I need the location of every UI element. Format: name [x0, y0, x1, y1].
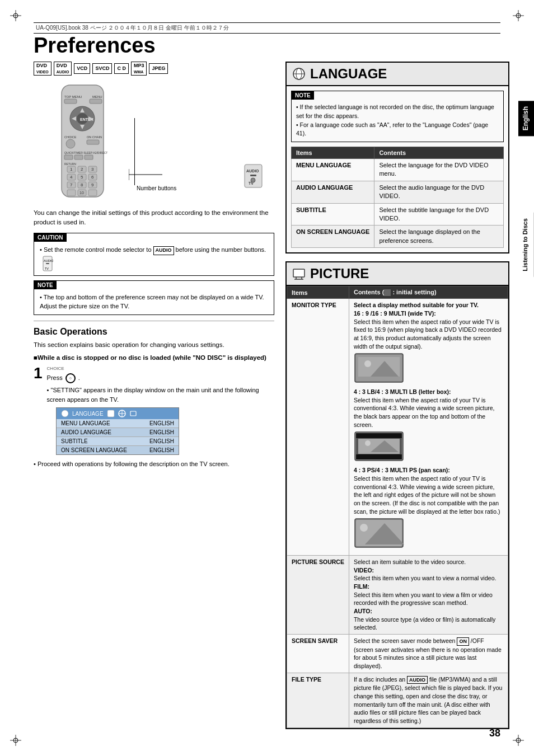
audio-file-badge: AUDIO [407, 676, 428, 684]
svg-text:6: 6 [91, 175, 94, 180]
svg-text:8: 8 [81, 182, 83, 187]
svg-rect-29 [64, 155, 73, 159]
picture-section: PICTURE Items Contents ( : initial setti… [285, 261, 509, 729]
remote-svg: TOP MENU MENU ENTER CHOICE ON CHAIN [34, 82, 132, 203]
note-box-left: NOTE • The top and bottom of the prefere… [34, 280, 274, 315]
choice-button: ○ [65, 373, 76, 383]
lang-content-4: Select the language displayed on the pre… [374, 226, 504, 248]
pic-content-monitor: Select a display method suitable for you… [349, 299, 508, 556]
svg-rect-51 [67, 190, 76, 196]
note-header-left: NOTE [34, 281, 57, 289]
badge-mp3wma: MP3 WMA [131, 62, 147, 76]
corner-mark-tl [10, 10, 21, 21]
lang-row-1: MENU LANGUAGE Select the language for th… [292, 159, 504, 181]
svg-point-66 [62, 410, 68, 417]
corner-mark-bl [10, 735, 21, 746]
step-1-number: 1 [34, 365, 43, 381]
svg-text:3: 3 [91, 167, 94, 172]
svg-text:7: 7 [70, 182, 73, 187]
svg-rect-15 [64, 99, 77, 104]
remote-image: TOP MENU MENU ENTER CHOICE ON CHAIN [34, 82, 132, 203]
initial-indicator [384, 289, 391, 296]
svg-text:RETURN: RETURN [64, 162, 76, 166]
language-note-box: NOTE • If the selected language is not r… [291, 91, 504, 142]
pic-row-filetype: FILE TYPE If a disc includes an AUDIO fi… [287, 673, 508, 727]
badge-vcd: VCD [74, 63, 90, 74]
caution-header: CAUTION [34, 233, 67, 242]
pic-item-filetype: FILE TYPE [287, 673, 349, 727]
svg-text:MENU: MENU [92, 95, 102, 98]
page-title: Preferences [34, 34, 156, 58]
language-icon [292, 67, 306, 81]
badge-dvd-audio: DVD AUDIO [54, 62, 72, 76]
right-column: LANGUAGE NOTE • If the selected language… [285, 62, 509, 729]
page-number: 38 [489, 727, 500, 739]
side-tab-listening: Listening to Discs [518, 213, 534, 277]
audio-badge: AUDIO [153, 246, 174, 255]
screen-display-box: LANGUAGE MENU LANGUAGEENGLISH AUDIO LANG… [56, 407, 179, 455]
selector-icon: AUDIO TV [42, 255, 53, 272]
pic-row-source: PICTURE SOURCE Select an item suitable t… [287, 555, 508, 634]
screen-icon-2 [118, 410, 126, 417]
desc-text: You can change the initial settings of t… [34, 208, 274, 228]
svg-text:4: 4 [70, 175, 73, 180]
screen-icon-3 [129, 410, 137, 417]
picture-icon [292, 267, 306, 280]
language-note-content: • If the selected language is not record… [292, 100, 503, 142]
svg-text:10: 10 [79, 191, 84, 195]
screen-rows: MENU LANGUAGEENGLISH AUDIO LANGUAGEENGLI… [57, 419, 179, 454]
lang-content-2: Select the audio language for the DVD VI… [374, 181, 504, 203]
note-content-left: • The top and bottom of the preference s… [34, 289, 274, 314]
badge-svcd: SVCD [92, 63, 112, 74]
lang-item-4: ON SCREEN LANGUAGE [292, 226, 374, 248]
screen-header: LANGUAGE [57, 408, 179, 419]
pic-content-source: Select an item suitable to the video sou… [349, 555, 508, 634]
basic-ops-title: Basic Operations [34, 327, 274, 337]
pic-col-contents: Contents ( : initial setting) [349, 287, 508, 299]
pic-item-source: PICTURE SOURCE [287, 555, 349, 634]
audio-tv-selector: AUDIO TV [243, 163, 263, 190]
picture-table: Items Contents ( : initial setting) MONI… [287, 286, 508, 728]
lang-col-items: Items [292, 147, 374, 159]
lang-row-4: ON SCREEN LANGUAGE Select the language d… [292, 226, 504, 248]
svg-rect-16 [90, 99, 102, 104]
corner-mark-br [513, 735, 524, 746]
svg-text:2: 2 [81, 167, 83, 172]
proceed-text: • Proceed with operations by following t… [34, 459, 274, 469]
language-header: LANGUAGE [287, 63, 508, 86]
svg-rect-30 [74, 155, 83, 159]
svg-point-94 [360, 524, 368, 532]
tv-image-2 [354, 431, 503, 464]
lang-content-1: Select the language for the DVD VIDEO me… [374, 159, 504, 181]
remote-area: TOP MENU MENU ENTER CHOICE ON CHAIN [34, 82, 274, 203]
lang-row-2: AUDIO LANGUAGE Select the audio language… [292, 181, 504, 203]
svg-text:TV: TV [45, 267, 49, 270]
language-section: LANGUAGE NOTE • If the selected language… [285, 62, 509, 253]
svg-rect-64 [46, 263, 49, 264]
divider-1 [34, 321, 274, 321]
step-1-content: CHOICE Press ○ . • "SETTING" appears in … [47, 365, 274, 404]
badge-jpeg: JPEG [149, 63, 168, 74]
badge-dvd-video: DVD VIDEO [34, 62, 51, 76]
step-1-action: Press ○ . [47, 373, 274, 383]
pic-row-monitor: MONITOR TYPE Select a display method sui… [287, 299, 508, 556]
screen-row-4: ON SCREEN LANGUAGEENGLISH [57, 446, 179, 454]
basic-ops-desc: This section explains basic operation fo… [34, 340, 274, 350]
language-title: LANGUAGE [310, 66, 387, 82]
svg-text:TOP MENU: TOP MENU [64, 95, 82, 98]
svg-point-61 [251, 178, 255, 182]
language-table: Items Contents MENU LANGUAGE Select the … [291, 147, 504, 248]
header-text: UA-Q09[US].book 38 ページ ２００４年１０月８日 金曜日 午前… [36, 24, 229, 32]
lang-item-2: AUDIO LANGUAGE [292, 181, 374, 203]
header-bar: UA-Q09[US].book 38 ページ ２００４年１０月８日 金曜日 午前… [34, 22, 500, 34]
tv-image-1 [354, 353, 503, 386]
lang-note-bullet-2: • For a language code such as "AA", refe… [296, 121, 499, 139]
svg-point-25 [66, 139, 75, 148]
badge-cd: C D [114, 63, 129, 74]
lang-row-3: SUBTITLE Select the subtitle language fo… [292, 203, 504, 226]
svg-point-90 [365, 440, 371, 446]
tv-image-3 [354, 518, 503, 551]
svg-rect-67 [107, 410, 114, 417]
caution-content: • Set the remote control mode selector t… [34, 242, 274, 275]
lang-note-bullet-1: • If the selected language is not record… [296, 103, 499, 121]
